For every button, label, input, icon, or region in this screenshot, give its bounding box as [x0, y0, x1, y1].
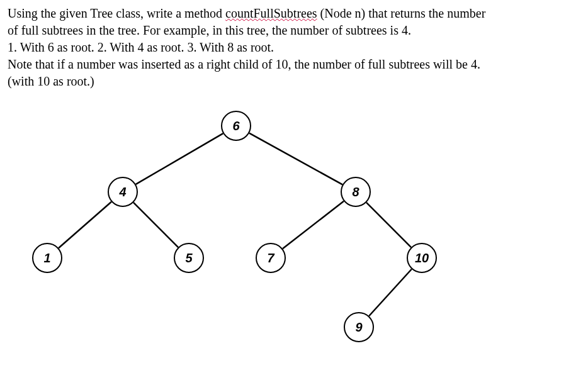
- text-segment: (Node n) that returns the number: [317, 6, 486, 20]
- tree-edge: [249, 133, 342, 185]
- edges-group: [59, 133, 412, 316]
- tree-diagram: 648157109: [0, 101, 588, 377]
- problem-line-4: Note that if a number was inserted as a …: [8, 56, 580, 73]
- tree-node-1: 1: [32, 243, 62, 273]
- method-name: countFullSubtrees: [225, 6, 317, 20]
- tree-node-6: 6: [221, 111, 251, 141]
- tree-node-label: 10: [415, 251, 429, 265]
- problem-line-3: 1. With 6 as root. 2. With 4 as root. 3.…: [8, 39, 580, 56]
- tree-node-label: 7: [267, 251, 274, 265]
- tree-edges-svg: [0, 101, 588, 377]
- problem-statement: Using the given Tree class, write a meth…: [8, 5, 580, 90]
- problem-line-1: Using the given Tree class, write a meth…: [8, 5, 580, 22]
- tree-node-8: 8: [341, 177, 371, 207]
- tree-edge: [136, 133, 223, 184]
- tree-node-7: 7: [256, 243, 286, 273]
- problem-line-5: (with 10 as root.): [8, 73, 580, 90]
- tree-node-label: 9: [355, 320, 362, 335]
- tree-node-5: 5: [174, 243, 204, 273]
- tree-node-label: 1: [43, 251, 50, 265]
- tree-node-label: 4: [119, 185, 126, 199]
- tree-node-9: 9: [344, 312, 374, 342]
- tree-edge: [369, 269, 412, 316]
- text-segment: Using the given Tree class, write a meth…: [8, 6, 225, 20]
- tree-edge: [283, 201, 344, 249]
- tree-node-label: 6: [232, 119, 239, 133]
- tree-edge: [59, 202, 111, 248]
- tree-node-label: 5: [185, 251, 192, 265]
- tree-node-10: 10: [407, 243, 437, 273]
- tree-edge: [366, 203, 411, 247]
- tree-edge: [133, 203, 178, 247]
- tree-node-label: 8: [352, 185, 359, 199]
- tree-node-4: 4: [108, 177, 138, 207]
- problem-line-2: of full subtrees in the tree. For exampl…: [8, 22, 580, 39]
